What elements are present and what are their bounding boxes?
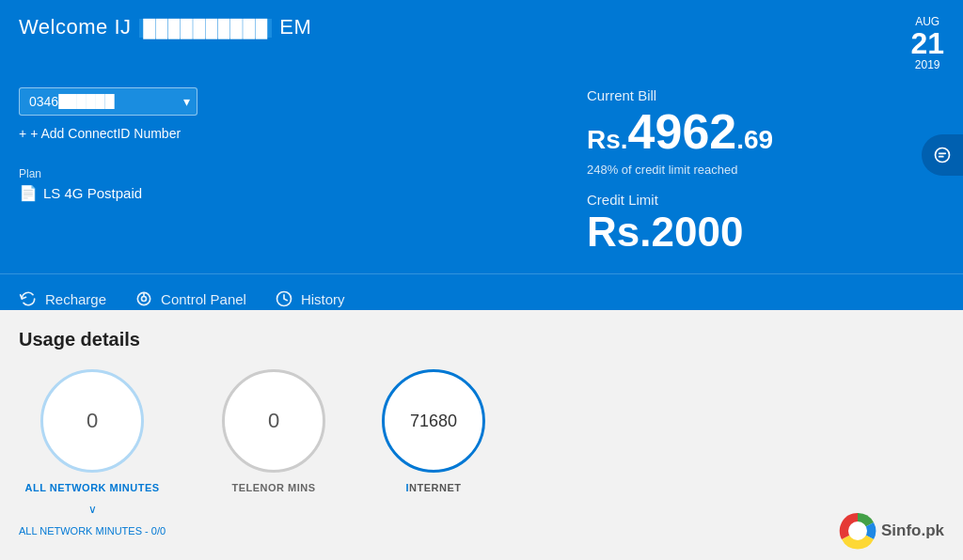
svg-point-0 bbox=[936, 148, 950, 163]
credit-value: 2000 bbox=[651, 209, 743, 255]
current-bill-label: Current Bill bbox=[587, 87, 907, 103]
date-block: AUG 21 2019 bbox=[910, 15, 944, 72]
history-icon bbox=[275, 289, 293, 308]
add-connect-label: + Add ConnectID Number bbox=[30, 126, 181, 141]
number-select-wrapper[interactable]: 0346██████ bbox=[19, 87, 197, 116]
internet-circle: 71680 bbox=[382, 369, 485, 473]
welcome-suffix: EM bbox=[279, 15, 311, 39]
svg-point-5 bbox=[848, 521, 867, 540]
bill-currency: Rs. bbox=[587, 125, 628, 154]
add-connect-button[interactable]: + + Add ConnectID Number bbox=[19, 126, 181, 141]
control-panel-label: Control Panel bbox=[161, 291, 246, 307]
right-panel: Current Bill Rs.4962.69 248% of credit l… bbox=[587, 87, 907, 256]
number-select[interactable]: 0346██████ bbox=[19, 87, 197, 116]
credit-currency: Rs. bbox=[587, 209, 651, 255]
sinfo-logo: Sinfo.pk bbox=[838, 511, 944, 551]
date-year: 2019 bbox=[910, 58, 944, 71]
nav-control-panel[interactable]: Control Panel bbox=[134, 289, 246, 308]
date-day: 21 bbox=[910, 28, 944, 58]
internet-label: INTERNET bbox=[406, 482, 462, 493]
chat-icon[interactable] bbox=[922, 134, 963, 176]
telenor-label: TELENOR MINS bbox=[232, 482, 316, 493]
telenor-value: 0 bbox=[268, 409, 279, 433]
expand-arrow[interactable]: ∨ bbox=[88, 503, 97, 516]
bill-main: 4962 bbox=[628, 104, 737, 159]
sinfo-text: Sinfo.pk bbox=[881, 521, 944, 540]
all-network-label: ALL NETWORK MINUTES bbox=[24, 482, 159, 493]
usage-section: Usage details 0 ALL NETWORK MINUTES ∨ AL… bbox=[0, 310, 963, 560]
plan-label: Plan bbox=[19, 167, 587, 180]
history-label: History bbox=[301, 291, 345, 307]
welcome-prefix: Welcome IJ bbox=[19, 15, 132, 39]
internet-circle-item: 71680 INTERNET bbox=[382, 369, 485, 493]
all-network-sub-label: ALL NETWORK MINUTES - 0/0 bbox=[19, 525, 166, 537]
plus-icon: + bbox=[19, 126, 26, 141]
sinfo-label: Sinfo.pk bbox=[881, 521, 944, 539]
welcome-blurred: ██████████ bbox=[139, 19, 272, 38]
plan-name-text: LS 4G Postpaid bbox=[43, 185, 142, 201]
svg-point-2 bbox=[142, 297, 147, 302]
telenor-circle: 0 bbox=[222, 369, 325, 473]
nav-recharge[interactable]: Recharge bbox=[19, 289, 106, 308]
all-network-circle-item: 0 ALL NETWORK MINUTES ∨ ALL NETWORK MINU… bbox=[19, 369, 166, 537]
chat-bubble-icon bbox=[933, 146, 952, 164]
plan-name: 📄 LS 4G Postpaid bbox=[19, 184, 587, 202]
welcome-heading: Welcome IJ ██████████ EM bbox=[19, 15, 311, 39]
all-network-value: 0 bbox=[87, 409, 98, 433]
all-network-circle: 0 bbox=[40, 369, 144, 473]
usage-circles: 0 ALL NETWORK MINUTES ∨ ALL NETWORK MINU… bbox=[19, 369, 944, 537]
usage-title: Usage details bbox=[19, 329, 944, 350]
welcome-text: Welcome IJ ██████████ EM bbox=[19, 15, 311, 39]
telenor-circle-item: 0 TELENOR MINS bbox=[222, 369, 325, 493]
recharge-icon bbox=[19, 289, 38, 308]
credit-amount: Rs.2000 bbox=[587, 210, 907, 255]
internet-value: 71680 bbox=[410, 412, 457, 431]
sinfo-wheel-icon bbox=[838, 511, 877, 551]
control-panel-icon bbox=[134, 289, 153, 308]
credit-limit-label: Credit Limit bbox=[587, 192, 907, 208]
sinfo-circle-icon bbox=[838, 511, 877, 551]
recharge-label: Recharge bbox=[45, 291, 106, 307]
internet-rest: NTERNET bbox=[409, 482, 461, 493]
credit-info-text: 248% of credit limit reached bbox=[587, 163, 907, 177]
bill-decimal: .69 bbox=[736, 125, 773, 154]
nav-history[interactable]: History bbox=[275, 289, 345, 308]
add-connect-link[interactable]: + + Add ConnectID Number bbox=[19, 125, 587, 154]
document-icon: 📄 bbox=[19, 184, 38, 202]
left-panel: 0346██████ + + Add ConnectID Number Plan… bbox=[19, 87, 587, 202]
bill-amount: Rs.4962.69 bbox=[587, 105, 907, 159]
number-select-row: 0346██████ bbox=[19, 87, 587, 116]
